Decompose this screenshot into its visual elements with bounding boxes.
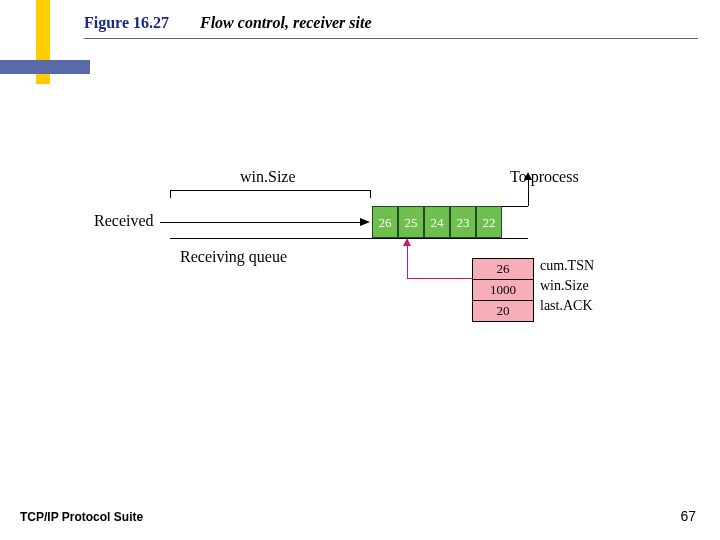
queue-cell: 23 (450, 206, 476, 238)
figure-number: Figure 16.27 (84, 14, 169, 32)
received-arrow-head-icon (360, 218, 370, 226)
queue-cell: 22 (476, 206, 502, 238)
queue-baseline (170, 238, 528, 239)
state-label-cumtsn: cum.TSN (540, 258, 594, 274)
title-underline (84, 38, 698, 39)
queue-cell: 24 (424, 206, 450, 238)
cumtsn-pointer-horizontal (407, 278, 472, 279)
footer-text: TCP/IP Protocol Suite (20, 510, 143, 524)
state-label-winsize: win.Size (540, 278, 589, 294)
state-row: 1000 (473, 280, 533, 301)
winsize-bracket-right (370, 190, 371, 198)
decoration-horizontal-bar (0, 60, 90, 74)
queue-cell: 25 (398, 206, 424, 238)
queue-cell: 26 (372, 206, 398, 238)
received-arrow-line (160, 222, 360, 223)
state-table: 26 1000 20 (472, 258, 534, 322)
state-label-lastack: last.ACK (540, 298, 593, 314)
cumtsn-pointer-arrow-icon (403, 238, 411, 246)
winsize-bracket-left (170, 190, 171, 198)
receiving-queue: 26 25 24 23 22 (372, 206, 502, 238)
figure-title: Flow control, receiver site (200, 14, 372, 32)
label-to-process: To process (510, 168, 579, 186)
slide: Figure 16.27 Flow control, receiver site… (0, 0, 720, 540)
state-row: 26 (473, 259, 533, 280)
label-winsize-bracket: win.Size (240, 168, 296, 186)
state-row: 20 (473, 301, 533, 322)
cumtsn-pointer-vertical (407, 244, 408, 279)
to-process-connector (502, 206, 528, 207)
page-number: 67 (680, 508, 696, 524)
label-receiving-queue: Receiving queue (180, 248, 287, 266)
label-received: Received (94, 212, 154, 230)
winsize-bracket-top (170, 190, 370, 191)
diagram: Received win.Size Receiving queue 26 25 … (0, 170, 720, 370)
